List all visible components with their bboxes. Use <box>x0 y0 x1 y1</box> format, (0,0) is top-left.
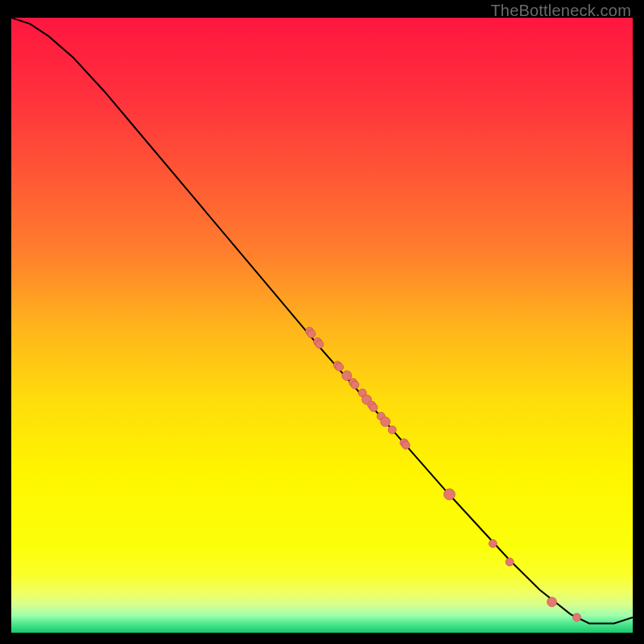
data-point <box>573 613 581 621</box>
data-point <box>388 426 396 434</box>
data-point <box>381 417 390 427</box>
data-point <box>369 403 378 411</box>
data-point <box>316 341 324 349</box>
chart-frame: TheBottleneck.com <box>0 0 644 644</box>
data-point <box>308 330 316 338</box>
plot-area <box>11 18 633 633</box>
data-point <box>402 441 410 449</box>
data-point <box>547 597 557 607</box>
data-points <box>306 328 581 621</box>
data-point <box>506 558 514 566</box>
data-point <box>336 363 344 371</box>
data-point <box>444 489 455 500</box>
data-point <box>489 539 497 547</box>
bottleneck-curve <box>11 18 633 624</box>
data-point <box>342 371 352 381</box>
chart-overlay <box>11 18 633 633</box>
data-point <box>351 381 359 389</box>
